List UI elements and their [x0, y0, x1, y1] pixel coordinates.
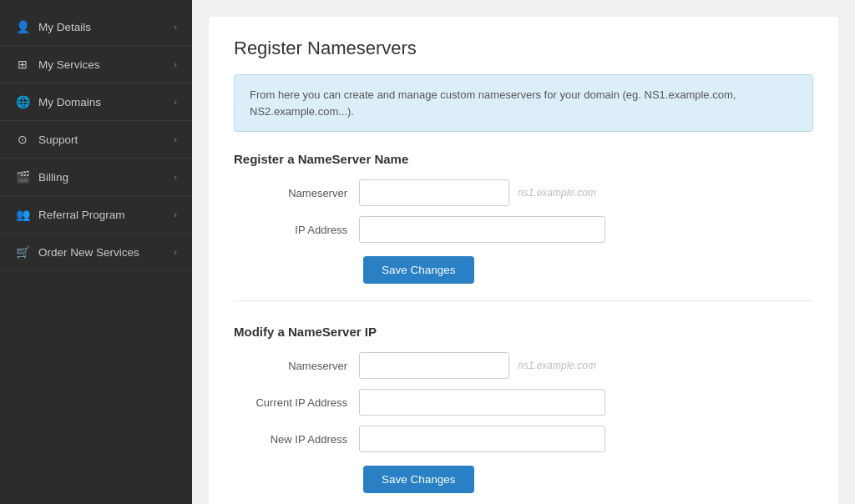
section-modify: Modify a NameServer IPNameserverns1.exam…: [234, 325, 813, 504]
sidebar-item-left: 🌐 My Domains: [15, 94, 101, 109]
sidebar: 👤 My Details › ⊞ My Services › 🌐 My Doma…: [0, 0, 192, 504]
section-title-modify: Modify a NameServer IP: [234, 325, 813, 339]
sidebar-item-order-new-services[interactable]: 🛒 Order New Services ›: [0, 234, 192, 271]
sidebar-item-left: ⊞ My Services: [15, 57, 100, 72]
form-label-register-0: Nameserver: [234, 187, 359, 199]
sidebar-item-referral-program[interactable]: 👥 Referral Program ›: [0, 196, 192, 234]
chevron-right-icon: ›: [174, 247, 177, 257]
sidebar-item-left: 👥 Referral Program: [15, 207, 125, 222]
form-row-modify-1: Current IP Address: [234, 389, 813, 416]
sidebar-item-left: 🎬 Billing: [15, 169, 68, 184]
chevron-right-icon: ›: [174, 22, 177, 32]
section-register: Register a NameServer NameNameserverns1.…: [234, 152, 813, 301]
form-label-modify-1: Current IP Address: [234, 396, 359, 409]
form-input-modify-1[interactable]: [359, 389, 605, 416]
save-button-register[interactable]: Save Changes: [363, 256, 474, 284]
form-input-modify-0[interactable]: [359, 352, 509, 379]
page-card: Register Nameservers From here you can c…: [209, 17, 838, 504]
my-details-icon: 👤: [15, 19, 30, 34]
chevron-right-icon: ›: [174, 209, 177, 219]
chevron-right-icon: ›: [174, 134, 177, 144]
form-label-modify-0: Nameserver: [234, 360, 359, 372]
form-hint-register-0: ns1.example.com: [518, 187, 596, 199]
my-services-icon: ⊞: [15, 57, 30, 72]
form-row-register-0: Nameserverns1.example.com: [234, 179, 813, 206]
chevron-right-icon: ›: [174, 97, 177, 107]
sidebar-item-left: 👤 My Details: [15, 19, 91, 34]
order-new-services-icon: 🛒: [15, 244, 30, 260]
form-row-register-1: IP Address: [234, 216, 813, 243]
sidebar-item-label: My Services: [38, 58, 100, 71]
billing-icon: 🎬: [15, 169, 30, 184]
sidebar-item-label: Billing: [38, 171, 68, 184]
form-input-register-1[interactable]: [359, 216, 605, 243]
info-box: From here you can create and manage cust…: [234, 74, 813, 132]
form-hint-modify-0: ns1.example.com: [518, 360, 596, 371]
form-row-modify-2: New IP Address: [234, 426, 813, 452]
sidebar-item-my-domains[interactable]: 🌐 My Domains ›: [0, 83, 192, 121]
sidebar-item-my-services[interactable]: ⊞ My Services ›: [0, 46, 192, 83]
sidebar-item-label: Referral Program: [38, 209, 125, 221]
page-title: Register Nameservers: [234, 38, 813, 59]
sidebar-item-label: My Domains: [38, 96, 101, 108]
chevron-right-icon: ›: [174, 59, 177, 69]
chevron-right-icon: ›: [174, 172, 177, 182]
main-content: Register Nameservers From here you can c…: [192, 0, 855, 504]
my-domains-icon: 🌐: [15, 94, 30, 109]
sidebar-item-support[interactable]: ⊙ Support ›: [0, 121, 192, 159]
referral-program-icon: 👥: [15, 207, 30, 222]
form-label-register-1: IP Address: [234, 224, 359, 236]
save-button-modify[interactable]: Save Changes: [363, 466, 474, 493]
sidebar-item-label: My Details: [38, 21, 91, 33]
sidebar-item-label: Support: [38, 134, 78, 146]
form-row-modify-0: Nameserverns1.example.com: [234, 352, 813, 379]
sidebar-item-left: 🛒 Order New Services: [15, 244, 139, 260]
form-label-modify-2: New IP Address: [234, 433, 359, 446]
sidebar-item-left: ⊙ Support: [15, 132, 78, 147]
sidebar-item-label: Order New Services: [38, 246, 139, 259]
support-icon: ⊙: [15, 132, 30, 147]
sidebar-item-billing[interactable]: 🎬 Billing ›: [0, 159, 192, 196]
form-input-register-0[interactable]: [359, 179, 509, 206]
sidebar-item-my-details[interactable]: 👤 My Details ›: [0, 8, 192, 46]
section-title-register: Register a NameServer Name: [234, 152, 813, 166]
form-input-modify-2[interactable]: [359, 426, 605, 452]
